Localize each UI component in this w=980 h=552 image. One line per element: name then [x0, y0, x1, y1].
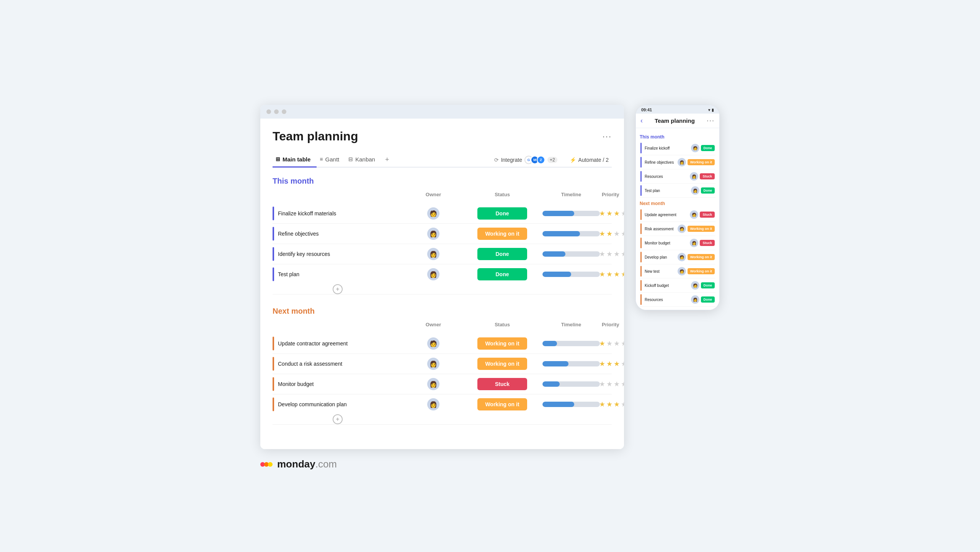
task-cell: Develop communication plan	[273, 394, 403, 414]
list-item: Risk assessment 🧑 Working on it	[640, 222, 715, 236]
status-cell[interactable]: Working on it	[464, 228, 541, 240]
timeline-bar-bg	[542, 381, 600, 387]
star-5: ★	[621, 270, 624, 278]
tabs-right: ⟳ Integrate G M Z +2 ⚡ Automate / 2	[491, 154, 612, 166]
automate-icon: ⚡	[570, 157, 576, 163]
tab-kanban[interactable]: ⊟ Kanban	[345, 153, 381, 168]
star-4: ★	[614, 360, 620, 368]
status-cell[interactable]: Done	[464, 248, 541, 260]
status-cell[interactable]: Stuck	[464, 378, 541, 390]
status-badge[interactable]: Working on it	[477, 398, 527, 410]
add-col: +	[273, 414, 403, 424]
more-options-button[interactable]: ···	[603, 132, 612, 142]
status-cell[interactable]: Working on it	[464, 337, 541, 350]
wifi-icon: ▾	[708, 108, 710, 112]
mobile-next-month-header: Next month	[640, 201, 715, 206]
mobile-status-badge[interactable]: Stuck	[700, 240, 715, 246]
mobile-status-badge[interactable]: Working on it	[688, 268, 715, 274]
mobile-back-button[interactable]: ‹	[640, 117, 643, 125]
mobile-task-bar	[640, 171, 642, 182]
star-4: ★	[614, 339, 620, 348]
status-cell[interactable]: Working on it	[464, 358, 541, 370]
list-item: Kickoff budget 🧑 Done	[640, 278, 715, 293]
mobile-status-badge[interactable]: Working on it	[688, 226, 715, 232]
status-badge[interactable]: Stuck	[477, 378, 527, 390]
mobile-this-month-header: This month	[640, 134, 715, 140]
star-2: ★	[599, 400, 605, 409]
mobile-status-badge[interactable]: Done	[701, 296, 715, 303]
col-header-priority-this: Priority	[602, 190, 617, 199]
task-cell: Finalize kickoff materials	[273, 204, 403, 223]
desktop-window: Team planning ··· ⊞ Main table ≡ Gantt ⊟	[260, 105, 624, 449]
col-header-timeline-next: Timeline	[541, 320, 602, 329]
mobile-window: 09:41 ▾ ▮ ‹ Team planning ··· This month…	[635, 105, 720, 310]
window-dot-1	[266, 109, 271, 114]
col-header-task-next	[273, 323, 403, 326]
star-5: ★	[621, 250, 624, 258]
table-icon: ⊞	[276, 156, 280, 162]
mobile-status-badge[interactable]: Done	[701, 145, 715, 151]
mobile-status-icons: ▾ ▮	[708, 108, 714, 112]
list-item: Resources 👩 Done	[640, 293, 715, 307]
mobile-task-bar	[640, 143, 642, 153]
mobile-more-button[interactable]: ···	[707, 117, 715, 125]
avatar: 👩	[427, 228, 439, 240]
task-bar	[273, 207, 274, 220]
star-3: ★	[606, 209, 612, 218]
window-dot-2	[274, 109, 279, 114]
mobile-status-badge[interactable]: Working on it	[688, 254, 715, 260]
task-name: Identify key resources	[278, 251, 330, 257]
table-row: Finalize kickoff materials 🧑 Done	[273, 204, 612, 224]
table-row: Conduct a risk assessment 👩 Working on i…	[273, 354, 612, 374]
mobile-status-badge[interactable]: Stuck	[700, 173, 715, 179]
mobile-status-badge[interactable]: Done	[701, 187, 715, 194]
mobile-avatar: 🧑	[678, 225, 686, 233]
task-cell: Monitor budget	[273, 374, 403, 394]
list-item: Finalize kickoff 🧑 Done	[640, 141, 715, 155]
logo-monday: monday	[277, 458, 315, 470]
tab-add-button[interactable]: +	[381, 153, 393, 167]
timeline-bar-fill	[542, 381, 560, 387]
status-badge[interactable]: Working on it	[477, 337, 527, 350]
status-cell[interactable]: Done	[464, 207, 541, 220]
mobile-status-badge[interactable]: Stuck	[700, 212, 715, 218]
status-badge[interactable]: Done	[477, 248, 527, 260]
task-cell: Update contractor agreement	[273, 334, 403, 353]
status-cell[interactable]: Working on it	[464, 398, 541, 410]
table-row: Identify key resources 👩 Done	[273, 244, 612, 264]
integrate-icon: ⟳	[494, 157, 499, 163]
star-3: ★	[606, 400, 612, 409]
col-header-task-this	[273, 193, 403, 196]
tab-gantt[interactable]: ≡ Gantt	[317, 153, 345, 168]
status-badge[interactable]: Done	[477, 207, 527, 220]
task-bar	[273, 337, 274, 350]
timeline-cell	[541, 361, 602, 366]
mobile-header: ‹ Team planning ···	[636, 114, 719, 128]
status-badge[interactable]: Done	[477, 268, 527, 280]
status-badge[interactable]: Working on it	[477, 228, 527, 240]
next-month-group: Next month Owner Status Timeline Priorit…	[273, 307, 612, 425]
mobile-title: Team planning	[655, 117, 695, 124]
col-header-priority-next: Priority	[602, 320, 617, 329]
timeline-bar-bg	[542, 272, 600, 277]
status-badge[interactable]: Working on it	[477, 358, 527, 370]
monday-logo-icon	[260, 462, 273, 467]
mobile-status-badge[interactable]: Working on it	[688, 159, 715, 165]
timeline-bar-bg	[542, 361, 600, 366]
tabs-bar: ⊞ Main table ≡ Gantt ⊟ Kanban + ⟳	[273, 153, 612, 168]
mobile-task-name: Refine objectives	[643, 160, 676, 164]
avatar: 👩	[427, 248, 439, 260]
mobile-content: This month Finalize kickoff 🧑 Done Refin…	[636, 128, 719, 310]
automate-button[interactable]: ⚡ Automate / 2	[567, 155, 612, 164]
this-month-group: This month Owner Status Timeline Priorit…	[273, 177, 612, 295]
integrate-button[interactable]: ⟳ Integrate G M Z +2	[491, 154, 560, 166]
status-cell[interactable]: Done	[464, 268, 541, 280]
col-header-owner-this: Owner	[403, 190, 464, 199]
timeline-bar-bg	[542, 402, 600, 407]
timeline-bar-fill	[542, 341, 557, 346]
tab-main-table[interactable]: ⊞ Main table	[273, 153, 317, 168]
star-3: ★	[606, 360, 612, 368]
mobile-status-badge[interactable]: Done	[701, 282, 715, 288]
add-row-button[interactable]: +	[333, 414, 343, 424]
add-row-button[interactable]: +	[333, 284, 343, 294]
